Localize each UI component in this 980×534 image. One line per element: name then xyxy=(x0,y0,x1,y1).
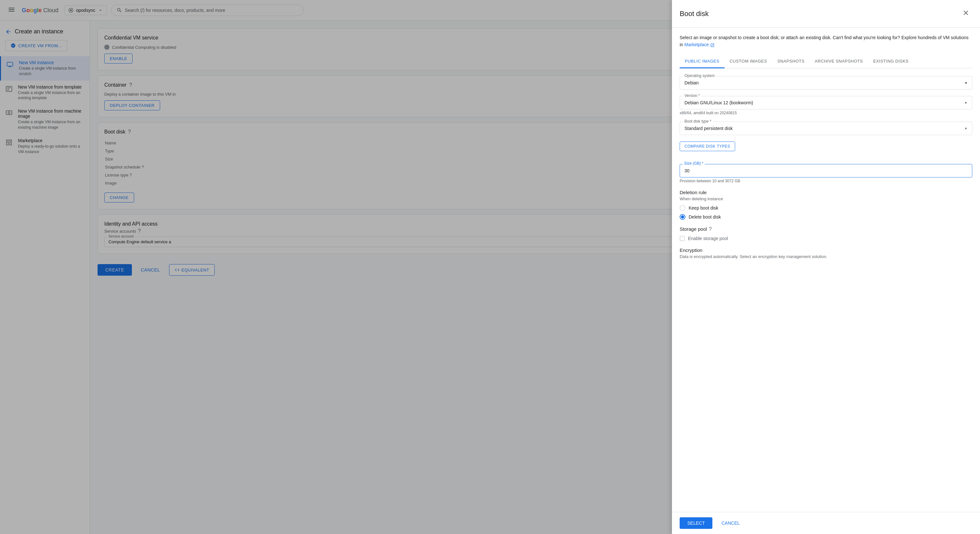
storage-pool-help-icon[interactable]: ? xyxy=(709,226,712,232)
disk-type-dropdown-icon: ▼ xyxy=(964,126,967,130)
deletion-rule-subtitle: When deleting instance xyxy=(679,196,972,201)
version-field-group: Version * Debian GNU/Linux 12 (bookworm)… xyxy=(679,96,972,115)
keep-boot-disk-label: Keep boot disk xyxy=(689,205,719,211)
version-dropdown-icon: ▼ xyxy=(964,101,967,104)
tab-custom-images[interactable]: CUSTOM IMAGES xyxy=(725,55,772,68)
marketplace-link[interactable]: Marketplace xyxy=(684,42,709,47)
encryption-title: Encryption xyxy=(679,248,972,253)
delete-boot-disk-label: Delete boot disk xyxy=(689,215,721,219)
panel-description: Select an image or snapshot to create a … xyxy=(679,34,972,48)
close-panel-button[interactable] xyxy=(959,6,972,21)
os-label: Operating system xyxy=(683,73,716,78)
tab-public-images[interactable]: PUBLIC IMAGES xyxy=(679,55,725,68)
size-input[interactable] xyxy=(679,164,972,178)
version-hint: x86/64, amd64 built on 20240815 xyxy=(679,111,972,115)
keep-radio-circle xyxy=(679,205,686,211)
version-select-container: Version * Debian GNU/Linux 12 (bookworm)… xyxy=(679,96,972,110)
os-select-container: Operating system Debian Ubuntu CentOS Wi… xyxy=(679,76,972,89)
panel-footer: SELECT CANCEL xyxy=(672,512,980,534)
panel-cancel-button[interactable]: CANCEL xyxy=(716,517,745,529)
encryption-desc: Data is encrypted automatically. Select … xyxy=(679,254,972,259)
panel-header: Boot disk xyxy=(672,0,980,28)
keep-boot-disk-option[interactable]: Keep boot disk xyxy=(679,205,972,211)
panel-body: Select an image or snapshot to create a … xyxy=(672,28,980,512)
encryption-section: Encryption Data is encrypted automatical… xyxy=(679,248,972,259)
storage-pool-section: Storage pool ? Enable storage pool xyxy=(679,226,972,241)
tab-archive-snapshots[interactable]: ARCHIVE SNAPSHOTS xyxy=(810,55,868,68)
delete-boot-disk-option[interactable]: Delete boot disk xyxy=(679,214,972,220)
panel-tabs: PUBLIC IMAGES CUSTOM IMAGES SNAPSHOTS AR… xyxy=(679,55,972,68)
size-hint: Provision between 10 and 3072 GB xyxy=(679,179,972,183)
storage-pool-title: Storage pool ? xyxy=(679,226,972,232)
deletion-rule-title: Deletion rule xyxy=(679,190,972,195)
deletion-rule-section: Deletion rule When deleting instance Kee… xyxy=(679,190,972,220)
version-select[interactable]: Debian GNU/Linux 12 (bookworm) Debian GN… xyxy=(684,100,959,105)
storage-pool-checkbox[interactable] xyxy=(679,236,685,241)
close-icon xyxy=(962,9,970,17)
tab-existing-disks[interactable]: EXISTING DISKS xyxy=(868,55,913,68)
select-button[interactable]: SELECT xyxy=(679,517,713,529)
compare-disk-types-button[interactable]: COMPARE DISK TYPES xyxy=(679,141,735,151)
size-input-wrapper: Size (GB) * xyxy=(679,164,972,178)
disk-type-select-container: Boot disk type * Standard persistent dis… xyxy=(679,122,972,135)
disk-type-label: Boot disk type * xyxy=(683,119,713,124)
version-label: Version * xyxy=(683,94,701,98)
external-link-icon xyxy=(710,43,714,48)
delete-radio-circle xyxy=(679,214,686,220)
size-label: Size (GB) * xyxy=(683,161,705,165)
os-select-wrapper: Operating system Debian Ubuntu CentOS Wi… xyxy=(679,76,972,89)
panel-title: Boot disk xyxy=(679,10,709,18)
os-select[interactable]: Debian Ubuntu CentOS Windows Server xyxy=(684,80,959,85)
tab-snapshots[interactable]: SNAPSHOTS xyxy=(772,55,810,68)
os-field-group: Operating system Debian Ubuntu CentOS Wi… xyxy=(679,76,972,89)
os-dropdown-icon: ▼ xyxy=(964,81,967,84)
size-field-group: Size (GB) * Provision between 10 and 307… xyxy=(679,164,972,183)
enable-storage-pool-option[interactable]: Enable storage pool xyxy=(679,236,972,241)
disk-type-field-group: Boot disk type * Standard persistent dis… xyxy=(679,122,972,135)
boot-disk-panel: Boot disk Select an image or snapshot to… xyxy=(672,0,980,534)
disk-type-select[interactable]: Standard persistent disk Balanced persis… xyxy=(684,126,959,131)
enable-storage-pool-label: Enable storage pool xyxy=(688,236,728,241)
